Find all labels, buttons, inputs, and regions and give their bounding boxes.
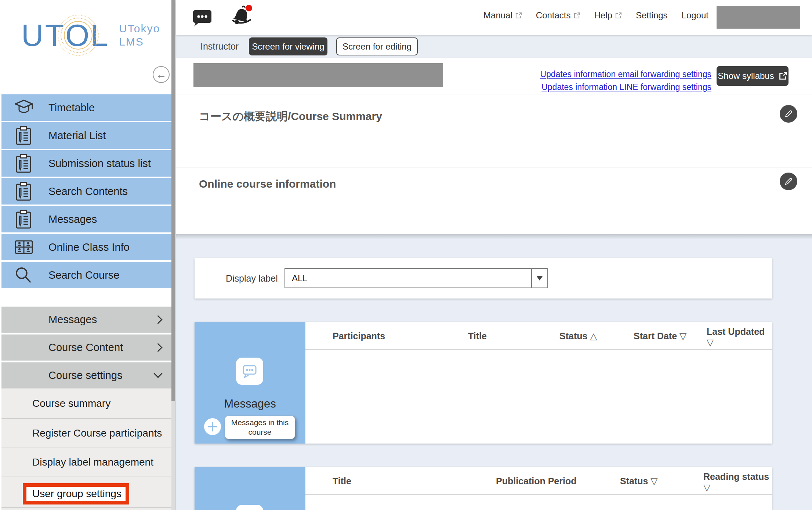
graduation-cap-icon — [14, 98, 34, 117]
selected-option: ALL — [285, 269, 531, 287]
external-link-icon — [515, 12, 522, 19]
logo-subtitle: UTokyo LMS — [119, 22, 160, 48]
show-syllabus-button[interactable]: Show syllabus — [717, 66, 789, 86]
sidebar-item-material-list[interactable]: Material List — [1, 122, 172, 149]
col-participants: Participants — [333, 322, 385, 350]
forwarding-links: Updates information email forwarding set… — [540, 68, 711, 94]
display-label-filter-panel: Display label ALL — [195, 258, 772, 299]
sidebar-item-submission-status[interactable]: Submission status list — [1, 150, 172, 177]
course-header-row: Updates information email forwarding set… — [176, 58, 812, 94]
messages-tile-label: Messages — [195, 397, 305, 410]
sidebar-item-online-class-info[interactable]: Online Class Info — [1, 234, 172, 260]
view-mode-toolbar: Instructor Screen for viewing Screen for… — [176, 35, 812, 58]
col-publication-period: Publication Period — [496, 467, 576, 495]
col-status-sortable[interactable]: Status △ — [559, 322, 597, 350]
sidebar-item-messages[interactable]: Messages — [1, 206, 172, 232]
pencil-icon — [784, 177, 793, 186]
edit-online-course-info-button[interactable] — [780, 173, 797, 190]
messages-in-this-course-button[interactable]: Messages in this course — [225, 416, 295, 439]
role-label: Instructor — [200, 35, 239, 58]
sort-asc-icon: △ — [590, 331, 597, 341]
course-summary-section: コースの概要説明/Course Summary — [176, 94, 812, 167]
chevron-right-icon — [153, 343, 162, 352]
top-navigation: Manual Contacts Help Settings Logout — [483, 10, 708, 21]
email-forwarding-link[interactable]: Updates information email forwarding set… — [540, 68, 711, 81]
sidebar: UT O L UTokyo LMS ← Timetable Material L… — [0, 0, 176, 510]
display-label-text: Display label — [226, 258, 278, 299]
sort-desc-icon: ▽ — [703, 482, 710, 492]
col-start-date-sortable[interactable]: Start Date ▽ — [634, 322, 686, 350]
messages-panel: Messages Messages in this course Partici… — [195, 322, 772, 444]
course-summary-title: コースの概要説明/Course Summary — [199, 109, 382, 124]
pencil-icon — [784, 109, 793, 119]
sort-desc-icon: ▽ — [650, 476, 657, 486]
main-content: Manual Contacts Help Settings Logout — [176, 0, 812, 510]
external-link-icon — [573, 12, 580, 19]
add-message-button[interactable] — [204, 418, 221, 435]
external-link-icon — [615, 12, 622, 19]
messages-tile-icon-square — [236, 358, 263, 385]
nav-settings[interactable]: Settings — [636, 10, 668, 21]
external-link-icon — [779, 72, 787, 80]
sidebar-group-course-settings[interactable]: Course settings — [1, 362, 172, 388]
col-last-updated-sortable[interactable]: Last Updated ▽ — [707, 326, 780, 348]
sidebar-group-messages[interactable]: Messages — [1, 307, 172, 333]
chat-bubble-outline-icon — [241, 362, 258, 380]
sidebar-scrollbar-thumb[interactable] — [171, 0, 175, 401]
sort-desc-icon: ▽ — [707, 337, 714, 347]
messages-table-header: Participants Title Status △ Start Date ▽ — [305, 322, 772, 350]
clipboard-icon — [14, 125, 34, 146]
online-course-info-title: Online course information — [199, 178, 336, 190]
utol-logo: UT O L UTokyo LMS — [21, 18, 161, 53]
clipboard-icon — [14, 181, 34, 202]
chevron-down-icon — [153, 369, 162, 378]
notification-bell-icon[interactable] — [230, 4, 253, 29]
sidebar-item-search-course[interactable]: Search Course — [1, 262, 172, 288]
select-dropdown-button[interactable] — [531, 269, 547, 287]
caret-down-icon — [536, 276, 543, 281]
user-name-redacted[interactable] — [717, 6, 800, 29]
sidebar-subitem-display-label-management[interactable]: Display label management — [1, 448, 172, 477]
sidebar-item-search-contents[interactable]: Search Contents — [1, 178, 172, 205]
screen-for-viewing-button[interactable]: Screen for viewing — [249, 37, 327, 55]
people-grid-icon — [14, 239, 34, 256]
nav-help[interactable]: Help — [594, 10, 622, 21]
clipboard-icon — [14, 153, 34, 174]
col-title: Title — [333, 467, 351, 495]
screen-for-editing-button[interactable]: Screen for editing — [336, 37, 418, 55]
col-reading-status-sortable[interactable]: Reading status ▽ — [703, 471, 777, 493]
clipboard-icon — [14, 209, 34, 229]
display-label-select[interactable]: ALL — [284, 268, 548, 288]
col-status-sortable[interactable]: Status ▽ — [620, 467, 658, 495]
materials-tile-icon-square — [236, 505, 263, 510]
sidebar-collapse-button[interactable]: ← — [153, 66, 170, 83]
sidebar-item-timetable[interactable]: Timetable — [1, 94, 172, 121]
materials-table-header: Title Publication Period Status ▽ Readin… — [305, 467, 772, 495]
nav-logout[interactable]: Logout — [682, 10, 708, 21]
chevron-right-icon — [153, 315, 162, 324]
materials-tile[interactable] — [195, 467, 305, 510]
course-title-redacted — [193, 63, 443, 87]
edit-course-summary-button[interactable] — [780, 105, 797, 123]
user-group-settings-highlight[interactable]: User group settings — [23, 483, 129, 504]
nav-contacts[interactable]: Contacts — [536, 10, 580, 21]
col-title: Title — [468, 322, 487, 350]
sidebar-subitem-register-participants[interactable]: Register Course participants — [1, 419, 172, 448]
course-content-area: Display label ALL Messages — [176, 234, 812, 510]
sidebar-group-course-content[interactable]: Course Content — [1, 334, 172, 361]
divider — [1, 507, 172, 508]
online-course-info-section: Online course information — [176, 167, 812, 234]
messages-tile[interactable]: Messages Messages in this course — [195, 322, 305, 444]
chat-bubble-icon[interactable] — [193, 9, 212, 29]
sort-desc-icon: ▽ — [679, 331, 686, 341]
sidebar-subitem-course-summary[interactable]: Course summary — [1, 388, 172, 418]
nav-manual[interactable]: Manual — [483, 10, 522, 21]
line-forwarding-link[interactable]: Updates information LINE forwarding sett… — [540, 81, 711, 94]
magnifier-icon — [14, 265, 34, 285]
materials-panel: Title Publication Period Status ▽ Readin… — [195, 467, 772, 510]
top-bar: Manual Contacts Help Settings Logout — [176, 0, 812, 35]
